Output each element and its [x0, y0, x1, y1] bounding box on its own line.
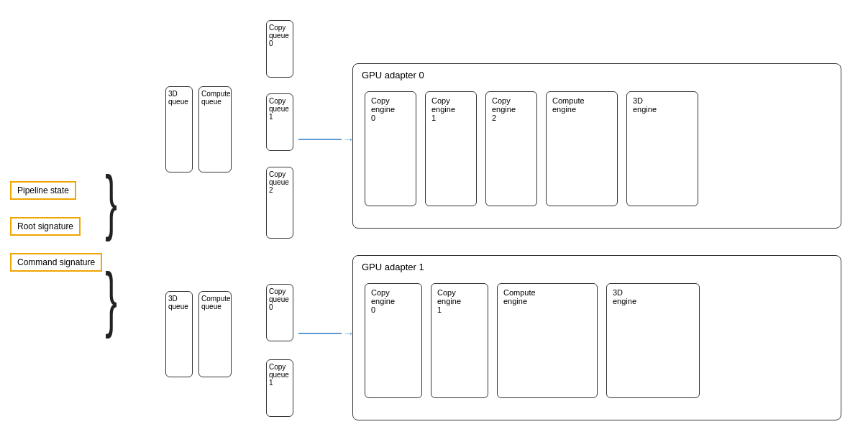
copy-engine-1-adapter0: Copy engine 1: [425, 91, 477, 206]
brace-bottom: }: [105, 262, 117, 334]
adapter1-3d-queue: 3D queue: [165, 291, 193, 377]
compute-engine-adapter1: Compute engine: [497, 283, 598, 398]
adapter0-copy-queue-2: Copy queue 2: [266, 167, 293, 239]
arrow-top: →: [298, 133, 356, 146]
root-signature-box: Root signature: [10, 217, 81, 236]
adapter0-compute-queue: Compute queue: [198, 86, 232, 172]
compute-engine-adapter0: Compute engine: [546, 91, 618, 206]
root-signature-label: Root signature: [17, 221, 73, 231]
adapter0-copy-queue-0: Copy queue 0: [266, 20, 293, 78]
3d-engine-adapter1: 3D engine: [606, 283, 700, 398]
adapter1-compute-queue: Compute queue: [198, 291, 232, 377]
copy-engine-2-adapter0: Copy engine 2: [485, 91, 537, 206]
arrow-bottom: →: [298, 327, 356, 340]
copy-engine-0-adapter1: Copy engine 0: [365, 283, 422, 398]
diagram: Pipeline state Root signature Command si…: [0, 0, 868, 442]
adapter0-copy-queue-1: Copy queue 1: [266, 93, 293, 151]
adapter0-3d-queue: 3D queue: [165, 86, 193, 172]
gpu-adapter-1-title: GPU adapter 1: [362, 262, 424, 272]
adapter1-copy-queue-0: Copy queue 0: [266, 284, 293, 341]
adapter1-engines-row: Copy engine 0 Copy engine 1 Compute engi…: [365, 283, 700, 398]
3d-engine-adapter0: 3D engine: [626, 91, 698, 206]
gpu-adapter-1: GPU adapter 1 Copy engine 0 Copy engine …: [352, 255, 841, 420]
adapter1-copy-queue-1: Copy queue 1: [266, 359, 293, 417]
gpu-adapter-0: GPU adapter 0 Copy engine 0 Copy engine …: [352, 63, 841, 229]
brace-top: }: [105, 165, 117, 237]
adapter0-engines-row: Copy engine 0 Copy engine 1 Copy engine …: [365, 91, 698, 206]
gpu-adapter-0-title: GPU adapter 0: [362, 70, 424, 80]
copy-engine-1-adapter1: Copy engine 1: [431, 283, 488, 398]
command-signature-box: Command signature: [10, 253, 102, 272]
copy-engine-0-adapter0: Copy engine 0: [365, 91, 416, 206]
command-signature-label: Command signature: [17, 257, 95, 267]
pipeline-state-box: Pipeline state: [10, 181, 76, 200]
pipeline-state-label: Pipeline state: [17, 185, 69, 195]
